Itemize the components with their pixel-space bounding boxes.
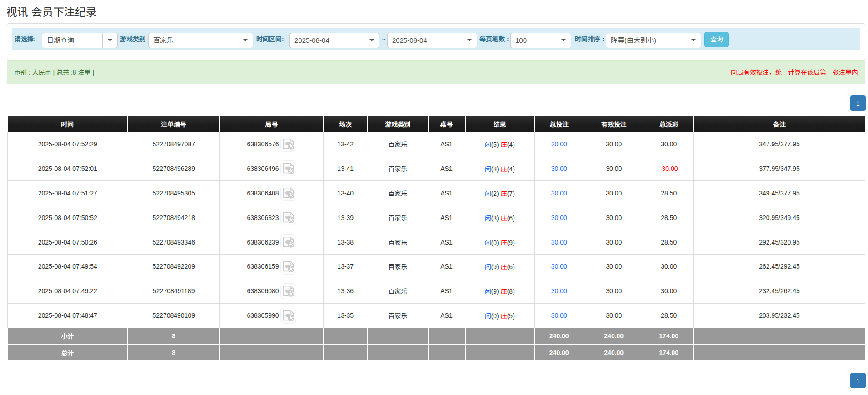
total-bet-link[interactable]: 30.00	[551, 263, 567, 270]
total-payout: 30.00	[661, 263, 677, 270]
table-row: 2025-08-04 07:49:54522708492209638306159…	[8, 254, 865, 279]
table-number-cell: AS1	[428, 181, 465, 205]
table-row: 2025-08-04 07:52:29522708497087638306576…	[8, 132, 865, 156]
game-type-value: 百家乐	[153, 33, 174, 48]
subtotal-cell	[694, 328, 865, 344]
video-file-icon	[281, 185, 296, 201]
table-number: AS1	[440, 312, 452, 319]
video-replay-button[interactable]	[280, 160, 296, 176]
game-type: 百家乐	[388, 288, 407, 295]
video-file-icon	[281, 160, 296, 176]
bet-time-cell: 2025-08-04 07:52:29	[8, 132, 128, 156]
video-replay-button[interactable]	[280, 136, 296, 152]
filter-bar: 请选择: 日期查询 游戏类别 百家乐 时间区间: 2025-08-04 ~ 20…	[12, 28, 860, 50]
valid-bet-cell: 30.00	[584, 230, 644, 255]
query-type-dropdown[interactable]: 日期查询	[42, 33, 118, 48]
result-player-score: (5)	[491, 141, 499, 148]
total-payout-cell: 28.50	[644, 181, 694, 205]
game-type-cell: 百家乐	[368, 181, 428, 205]
total-payout-cell: 28.50	[644, 230, 694, 255]
valid-bet: 30.00	[606, 312, 622, 319]
table-header-row: 时间注单编号局号场次游戏类别桌号结果总投注有效投注总派彩备注	[8, 116, 865, 132]
subtotal-cell: 8	[128, 328, 220, 344]
search-button[interactable]: 查询	[704, 32, 729, 47]
total-bet-link[interactable]: 30.00	[551, 239, 567, 246]
video-file-icon	[281, 283, 296, 299]
video-file-icon	[281, 210, 296, 225]
subtotal-cell	[220, 328, 324, 344]
remark-cell: 262.45/292.45	[694, 254, 865, 279]
valid-bet-cell: 30.00	[584, 254, 644, 279]
video-replay-button[interactable]	[280, 308, 296, 324]
result-cell: 闲(8) 庄(4)	[465, 156, 535, 181]
result-banker-score: (8)	[507, 288, 515, 295]
caret-down-icon	[467, 39, 472, 41]
session-number-cell: 13-35	[324, 303, 368, 328]
caret-down-icon	[691, 39, 696, 41]
result-player-label: 闲	[485, 312, 491, 320]
result-banker-score: (6)	[507, 263, 515, 270]
total-payout: 28.50	[661, 239, 677, 246]
table-row: 2025-08-04 07:49:22522708491189638306080…	[8, 279, 865, 303]
game-type-cell: 百家乐	[368, 254, 428, 279]
bet-number: 522708492209	[153, 263, 195, 270]
caret-section	[686, 33, 701, 48]
total-payout: -30.00	[660, 165, 678, 172]
round-cell: 638306239	[220, 230, 324, 255]
date-from-picker[interactable]: 2025-08-04	[289, 33, 379, 48]
table-row: 2025-08-04 07:50:52522708494218638306323…	[8, 205, 865, 230]
table-number-cell: AS1	[428, 205, 465, 230]
game-type: 百家乐	[388, 312, 407, 320]
page-1-button[interactable]: 1	[850, 373, 866, 388]
subtotal-cell: 小计	[8, 328, 128, 344]
column-header: 游戏类别	[368, 116, 428, 132]
remark-cell: 232.45/262.45	[694, 279, 865, 303]
table-number-cell: AS1	[428, 156, 465, 181]
video-replay-button[interactable]	[280, 259, 296, 275]
page-size-label: 每页笔数 :	[479, 28, 509, 50]
page-1-button[interactable]: 1	[850, 95, 866, 111]
video-replay-button[interactable]	[280, 210, 296, 225]
bet-time-cell: 2025-08-04 07:50:52	[8, 205, 128, 230]
total-bet-link[interactable]: 30.00	[551, 312, 567, 319]
round-number: 638305990	[247, 312, 279, 319]
remark-cell: 320.95/349.45	[694, 205, 865, 230]
column-header: 注单编号	[128, 116, 220, 132]
game-type-cell: 百家乐	[368, 230, 428, 255]
round-cell: 638306408	[220, 181, 324, 205]
bet-time: 2025-08-04 07:50:52	[38, 214, 97, 221]
result-cell: 闲(9) 庄(8)	[465, 279, 535, 303]
column-header: 有效投注	[584, 116, 644, 132]
total-bet-link[interactable]: 30.00	[551, 190, 567, 197]
remark-cell: 349.45/377.95	[694, 181, 865, 205]
video-replay-button[interactable]	[280, 283, 296, 299]
summary-bar: 币别 : 人民币 | 总共 :8 注单 | 同局有效投注，统一计算在该局第一张注…	[7, 60, 865, 84]
video-replay-button[interactable]	[280, 185, 296, 201]
page-size-dropdown[interactable]: 100	[510, 33, 571, 48]
sort-order-dropdown[interactable]: 降幂(由大到小)	[606, 33, 701, 48]
total-bet-link[interactable]: 30.00	[551, 214, 567, 221]
result-banker-label: 庄	[501, 190, 507, 197]
pagination-top: 1	[850, 95, 866, 111]
table-body: 2025-08-04 07:52:29522708497087638306576…	[8, 132, 865, 360]
total-bet-link[interactable]: 30.00	[551, 287, 567, 295]
bet-number-cell: 522708494218	[128, 205, 220, 230]
video-replay-button[interactable]	[280, 234, 296, 250]
valid-bet-cell: 30.00	[584, 181, 644, 205]
table-number: AS1	[440, 214, 452, 221]
session-number: 13-39	[337, 214, 354, 221]
total-bet-link[interactable]: 30.00	[551, 140, 567, 148]
total-payout: 30.00	[661, 140, 677, 148]
column-header: 场次	[324, 116, 368, 132]
total-payout-cell: 28.50	[644, 205, 694, 230]
game-type-dropdown[interactable]: 百家乐	[148, 33, 253, 48]
bet-time-cell: 2025-08-04 07:51:27	[8, 181, 128, 205]
total-bet-link[interactable]: 30.00	[551, 165, 567, 172]
date-to-picker[interactable]: 2025-08-04	[387, 33, 477, 48]
summary-text: 币别 : 人民币 | 总共 :8 注单 |	[14, 61, 94, 84]
bet-time: 2025-08-04 07:52:29	[38, 140, 97, 148]
bet-number: 522708494218	[153, 214, 195, 221]
caret-section	[238, 33, 253, 48]
result-banker-score: (4)	[507, 141, 515, 148]
game-type: 百家乐	[388, 263, 407, 270]
